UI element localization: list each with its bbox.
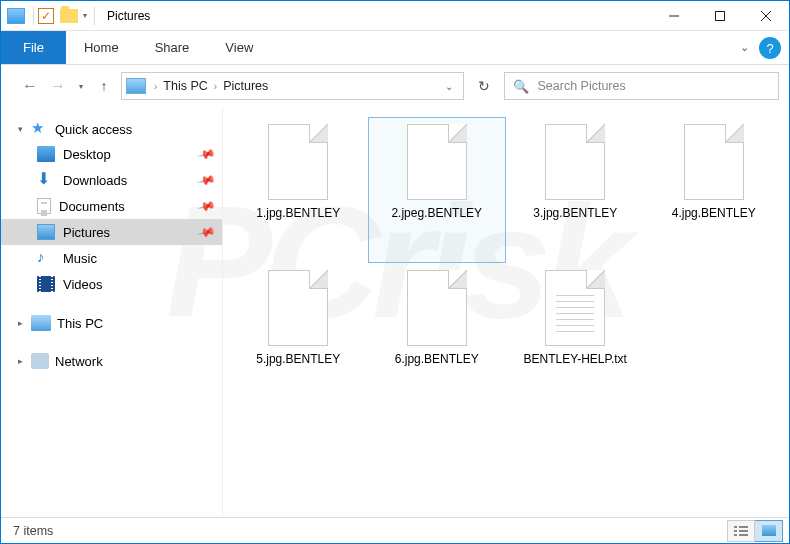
file-name: 1.jpg.BENTLEY: [256, 206, 340, 221]
sidebar-item-quick-access[interactable]: ▾ ★ Quick access: [1, 117, 222, 141]
pics-icon: [37, 224, 55, 240]
forward-button[interactable]: →: [47, 75, 69, 97]
chevron-right-icon: ›: [208, 81, 223, 92]
file-item[interactable]: 2.jpeg.BENTLEY: [368, 117, 507, 263]
help-button[interactable]: ?: [759, 37, 781, 59]
svg-rect-7: [739, 530, 748, 532]
down-icon: ⬇: [37, 172, 55, 188]
pin-icon: 📌: [197, 196, 217, 216]
svg-rect-6: [734, 530, 737, 532]
unknown-file-icon: [407, 124, 467, 200]
status-count: 7 items: [13, 524, 53, 538]
search-icon: 🔍: [513, 79, 529, 94]
svg-rect-9: [739, 534, 748, 536]
pin-icon: 📌: [197, 144, 217, 164]
file-name: 5.jpg.BENTLEY: [256, 352, 340, 367]
file-name: 6.jpg.BENTLEY: [395, 352, 479, 367]
chevron-right-icon: ›: [148, 81, 163, 92]
file-name: 3.jpg.BENTLEY: [533, 206, 617, 221]
minimize-button[interactable]: [651, 1, 697, 31]
file-name: 4.jpg.BENTLEY: [672, 206, 756, 221]
file-item[interactable]: 1.jpg.BENTLEY: [229, 117, 368, 263]
refresh-button[interactable]: ↻: [470, 72, 498, 100]
back-button[interactable]: ←: [19, 75, 41, 97]
qat-properties-button[interactable]: ✓: [38, 8, 54, 24]
details-icon: [734, 525, 748, 536]
search-placeholder: Search Pictures: [537, 79, 625, 93]
tab-home[interactable]: Home: [66, 31, 137, 64]
view-thumbnails-button[interactable]: [755, 520, 783, 542]
file-item[interactable]: BENTLEY-HELP.txt: [506, 263, 645, 409]
unknown-file-icon: [268, 124, 328, 200]
unknown-file-icon: [407, 270, 467, 346]
app-icon: [7, 8, 25, 24]
history-dropdown[interactable]: ▾: [75, 82, 87, 91]
title-bar: ✓ ▾ Pictures: [1, 1, 789, 31]
minimize-icon: [668, 10, 680, 22]
sidebar-item-documents[interactable]: Documents📌: [1, 193, 222, 219]
pin-icon: 📌: [197, 222, 217, 242]
sidebar-item-network[interactable]: ▸ Network: [1, 349, 222, 373]
separator: [33, 7, 34, 25]
pin-icon: 📌: [197, 170, 217, 190]
breadcrumb[interactable]: Pictures: [223, 79, 268, 93]
sidebar-item-downloads[interactable]: ⬇Downloads📌: [1, 167, 222, 193]
sidebar-item-label: Music: [63, 251, 97, 266]
sidebar-item-desktop[interactable]: Desktop📌: [1, 141, 222, 167]
file-item[interactable]: 6.jpg.BENTLEY: [368, 263, 507, 409]
chevron-right-icon: ▸: [15, 318, 25, 328]
qat-newfolder-button[interactable]: [60, 9, 78, 23]
unknown-file-icon: [268, 270, 328, 346]
svg-rect-8: [734, 534, 737, 536]
help-icon: ?: [766, 41, 773, 56]
sidebar-item-label: Desktop: [63, 147, 111, 162]
file-item[interactable]: 5.jpg.BENTLEY: [229, 263, 368, 409]
sidebar-item-label: This PC: [57, 316, 103, 331]
sidebar-item-label: Documents: [59, 199, 125, 214]
breadcrumb[interactable]: This PC: [163, 79, 207, 93]
sidebar-item-music[interactable]: ♪Music: [1, 245, 222, 271]
sidebar-item-label: Pictures: [63, 225, 110, 240]
view-details-button[interactable]: [727, 520, 755, 542]
svg-rect-4: [734, 526, 737, 528]
ribbon-expand-button[interactable]: ⌄: [729, 31, 759, 64]
maximize-button[interactable]: [697, 1, 743, 31]
search-input[interactable]: 🔍 Search Pictures: [504, 72, 779, 100]
sidebar-item-this-pc[interactable]: ▸ This PC: [1, 311, 222, 335]
tab-share[interactable]: Share: [137, 31, 208, 64]
address-bar[interactable]: › This PC › Pictures ⌄: [121, 72, 464, 100]
file-grid[interactable]: 1.jpg.BENTLEY2.jpeg.BENTLEY3.jpg.BENTLEY…: [223, 107, 789, 517]
close-button[interactable]: [743, 1, 789, 31]
chevron-down-icon: ▾: [15, 124, 25, 134]
desktop-icon: [37, 146, 55, 162]
window-title: Pictures: [107, 9, 150, 23]
tab-view[interactable]: View: [207, 31, 271, 64]
file-item[interactable]: 3.jpg.BENTLEY: [506, 117, 645, 263]
close-icon: [760, 10, 772, 22]
separator: [94, 7, 95, 25]
status-bar: 7 items: [1, 517, 789, 543]
file-name: BENTLEY-HELP.txt: [524, 352, 627, 367]
doc-icon: [37, 198, 51, 214]
thumbnails-icon: [762, 525, 776, 536]
video-icon: [37, 276, 55, 292]
chevron-right-icon: ▸: [15, 356, 25, 366]
sidebar-item-label: Quick access: [55, 122, 132, 137]
sidebar-item-pictures[interactable]: Pictures📌: [1, 219, 222, 245]
unknown-file-icon: [684, 124, 744, 200]
file-item[interactable]: 4.jpg.BENTLEY: [645, 117, 784, 263]
file-tab[interactable]: File: [1, 31, 66, 64]
address-dropdown[interactable]: ⌄: [439, 81, 459, 92]
maximize-icon: [714, 10, 726, 22]
sidebar-item-videos[interactable]: Videos: [1, 271, 222, 297]
sidebar-item-label: Downloads: [63, 173, 127, 188]
ribbon: File Home Share View ⌄ ?: [1, 31, 789, 65]
sidebar: ▾ ★ Quick access Desktop📌⬇Downloads📌Docu…: [1, 107, 223, 517]
unknown-file-icon: [545, 124, 605, 200]
music-icon: ♪: [37, 250, 55, 266]
qat-dropdown[interactable]: ▾: [80, 11, 90, 20]
file-name: 2.jpeg.BENTLEY: [391, 206, 482, 221]
up-button[interactable]: ↑: [93, 75, 115, 97]
folder-icon: [126, 78, 146, 94]
pc-icon: [31, 315, 51, 331]
